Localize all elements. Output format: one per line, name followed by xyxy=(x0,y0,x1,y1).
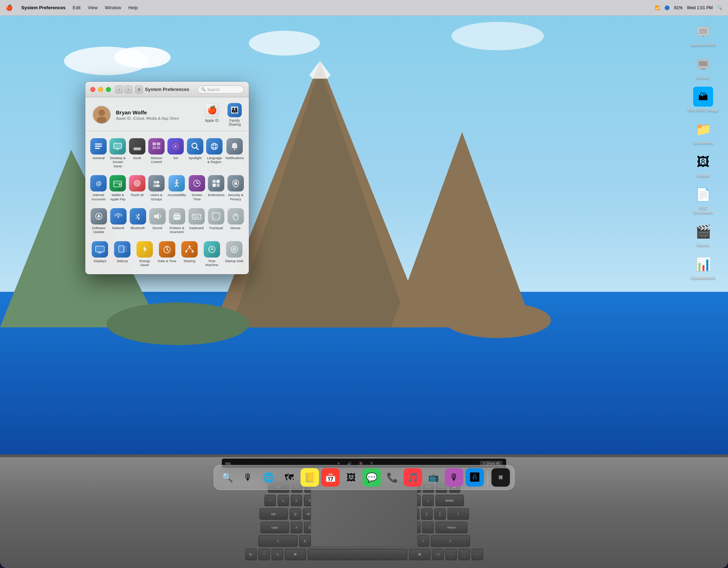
pref-printers[interactable]: Printers & Scanners xyxy=(167,205,187,237)
dock-appstore[interactable]: 🅰 xyxy=(466,468,484,487)
dock-podcasts[interactable]: 🎙 xyxy=(445,468,464,487)
key-ctrl[interactable]: ⌃ xyxy=(258,549,270,560)
pref-keyboard[interactable]: Keyboard xyxy=(187,205,206,237)
window-maximize-button[interactable] xyxy=(106,87,111,92)
desktop-icon-images[interactable]: 🖼 Images xyxy=(689,152,717,178)
dock-tv[interactable]: 📺 xyxy=(424,468,443,487)
pref-mouse[interactable]: Mouse xyxy=(226,205,245,237)
key-equals[interactable]: = xyxy=(422,495,434,506)
pref-bluetooth[interactable]: Bluetooth xyxy=(128,205,148,237)
pref-sharing[interactable]: Sharing xyxy=(178,238,200,270)
pref-displays[interactable]: Displays xyxy=(89,238,111,270)
window-grid-button[interactable]: ⊞ xyxy=(135,86,143,93)
window-back-button[interactable]: ‹ xyxy=(115,86,123,93)
key-a[interactable]: A xyxy=(291,522,302,533)
dock-finder[interactable]: 🔍 xyxy=(218,468,237,487)
apple-menu-icon[interactable]: 🍎 xyxy=(6,4,13,11)
dock-music[interactable]: 🎵 xyxy=(404,468,422,487)
window-forward-button[interactable]: › xyxy=(124,86,132,93)
menubar-help[interactable]: Help xyxy=(128,5,138,10)
key-bracket-r[interactable]: ] xyxy=(434,508,446,520)
pref-touch-id[interactable]: Touch ID xyxy=(128,172,147,204)
family-sharing-icon[interactable]: 👨‍👩‍👧 FamilySharing xyxy=(228,103,242,126)
pref-startup-disk[interactable]: Startup Disk xyxy=(223,238,245,270)
desktop-icon-movies[interactable]: 🎬 Movies xyxy=(689,222,717,247)
pref-spotlight[interactable]: Spotlight xyxy=(186,135,205,171)
pref-wallet[interactable]: Wallet & Apple Pay xyxy=(108,172,127,204)
dock-photos[interactable]: 🖼 xyxy=(342,468,360,487)
dock-siri[interactable]: 🎙 xyxy=(239,468,257,487)
pref-siri[interactable]: Siri xyxy=(166,135,185,171)
key-fn[interactable]: fn xyxy=(245,549,257,560)
window-search[interactable]: 🔍 Search xyxy=(198,86,244,93)
key-bracket-l[interactable]: [ xyxy=(421,508,433,520)
window-minimize-button[interactable] xyxy=(98,87,103,92)
key-z[interactable]: Z xyxy=(299,535,311,547)
pref-general[interactable]: General xyxy=(89,135,108,171)
key-1[interactable]: 1 xyxy=(278,495,289,506)
pref-sidecar[interactable]: Sidecar xyxy=(111,238,134,270)
pref-security[interactable]: Security & Privacy xyxy=(226,172,245,204)
touch-bar-esc[interactable]: esc xyxy=(225,461,231,465)
pref-date-time[interactable]: Date & Time xyxy=(156,238,178,270)
dock-terminal[interactable]: ⌘ xyxy=(492,468,510,487)
pref-language[interactable]: Language & Region xyxy=(205,135,224,171)
dock-calendar[interactable]: 📅 xyxy=(321,468,340,487)
key-right[interactable]: → xyxy=(472,549,483,560)
apple-id-icon[interactable]: 🍎 Apple ID xyxy=(205,103,219,126)
pref-notifications[interactable]: Notifications xyxy=(224,135,245,171)
key-delete[interactable]: delete xyxy=(435,495,464,506)
dock-phone[interactable]: 📞 xyxy=(383,468,402,487)
dock-safari[interactable]: 🌐 xyxy=(259,468,278,487)
pref-extensions[interactable]: Extensions xyxy=(207,172,226,204)
desktop-icon-documents[interactable]: 📁 Documents xyxy=(689,119,717,145)
pref-time-machine[interactable]: Time Machine xyxy=(200,238,223,270)
menubar-search-icon[interactable]: 🔍 xyxy=(717,5,722,10)
laptop-touchpad[interactable] xyxy=(311,483,417,547)
key-caps[interactable]: caps xyxy=(261,522,289,533)
menubar-app-name[interactable]: System Preferences xyxy=(21,5,65,10)
menubar-view[interactable]: View xyxy=(88,5,98,10)
key-tab[interactable]: tab xyxy=(259,508,288,520)
key-up-down[interactable]: ↑↓ xyxy=(459,549,470,560)
menubar-window[interactable]: Window xyxy=(105,5,121,10)
desktop-icon-mojave[interactable]: Mojave xyxy=(689,54,717,80)
key-backslash[interactable]: \ xyxy=(448,508,469,520)
pref-accessibility[interactable]: Accessibility xyxy=(166,172,187,204)
key-tilde[interactable]: ~ xyxy=(264,495,276,506)
key-alt-r[interactable]: ⌥ xyxy=(432,549,444,560)
pref-trackpad[interactable]: Trackpad xyxy=(206,205,226,237)
pref-energy-saver[interactable]: Energy Saver xyxy=(134,238,156,270)
pref-mission-control[interactable]: Mission Control xyxy=(147,135,166,171)
key-cmd-r[interactable]: ⌘ xyxy=(409,549,430,560)
pref-dock[interactable]: Dock xyxy=(128,135,147,171)
key-q[interactable]: Q xyxy=(290,508,301,520)
pref-desktop[interactable]: Desktop & Screen Saver xyxy=(108,135,127,171)
dock-notes[interactable]: 📒 xyxy=(301,468,319,487)
key-shift-r[interactable]: ⇧ xyxy=(431,535,470,547)
pref-internet-accounts[interactable]: @ Internet Accounts xyxy=(89,172,108,204)
desktop-icon-macintosh-hd[interactable]: Macintosh HD xyxy=(689,21,717,47)
key-space[interactable] xyxy=(308,549,407,560)
key-quote[interactable]: ' xyxy=(422,522,434,533)
dock-maps[interactable]: 🗺 xyxy=(280,468,299,487)
key-shift-l[interactable]: ⇧ xyxy=(258,535,298,547)
pref-software-update[interactable]: Software Update xyxy=(89,205,108,237)
desktop-icon-spreadsheets[interactable]: 📊 Spreadsheets xyxy=(689,254,717,280)
pref-network[interactable]: Network xyxy=(108,205,128,237)
key-left[interactable]: ← xyxy=(445,549,457,560)
pref-users[interactable]: Users & Groups xyxy=(147,172,166,204)
pref-sound[interactable]: Sound xyxy=(148,205,167,237)
dock-messages[interactable]: 💬 xyxy=(363,468,381,487)
key-cmd-l[interactable]: ⌘ xyxy=(285,549,306,560)
pref-screen-time[interactable]: Screen Time xyxy=(187,172,207,204)
window-close-button[interactable] xyxy=(90,87,95,92)
user-avatar[interactable] xyxy=(92,106,111,124)
desktop-icon-pdf[interactable]: 📄 PDF Documents xyxy=(689,185,717,215)
desktop-icon-image[interactable]: 🏔 50414387_Image xyxy=(689,87,717,112)
key-alt-l[interactable]: ⌥ xyxy=(272,549,283,560)
key-slash[interactable]: / xyxy=(418,535,429,547)
menubar-edit[interactable]: Edit xyxy=(73,5,80,10)
key-2[interactable]: 2 xyxy=(291,495,302,506)
key-return[interactable]: return xyxy=(435,522,467,533)
